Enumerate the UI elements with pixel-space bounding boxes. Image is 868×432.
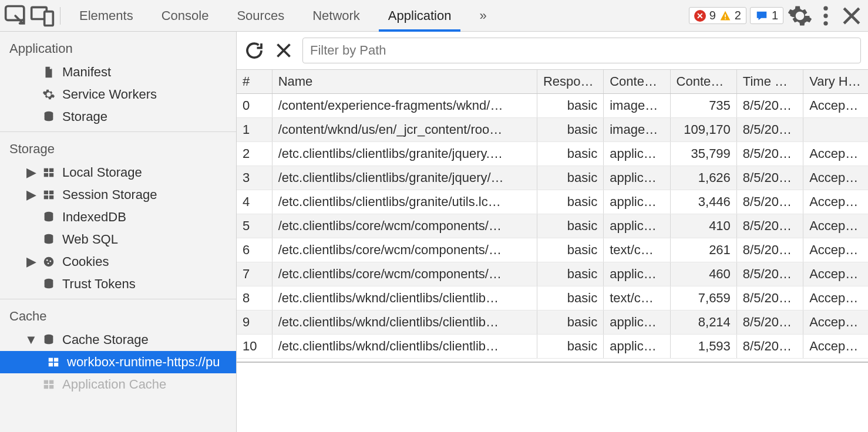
- svg-point-22: [48, 262, 49, 264]
- svg-rect-26: [54, 358, 58, 362]
- col-content-length[interactable]: Conte…: [670, 70, 736, 94]
- cell-content-length: 35,799: [670, 142, 736, 166]
- cell-content-type: applic…: [604, 335, 670, 359]
- cell-vary: [803, 118, 868, 142]
- table-row[interactable]: 10/etc.clientlibs/wknd/clientlibs/client…: [237, 335, 868, 359]
- tabs-overflow-icon[interactable]: »: [465, 0, 500, 31]
- table-header-row: # Name Respo… Conte… Conte… Time … Vary …: [237, 70, 868, 94]
- chevron-right-icon[interactable]: ▶: [27, 187, 35, 203]
- table-row[interactable]: 5/etc.clientlibs/core/wcm/components/…ba…: [237, 214, 868, 238]
- table-row[interactable]: 0/content/experience-fragments/wknd/…bas…: [237, 94, 868, 118]
- gear-icon: [41, 87, 56, 102]
- cell-content-type: applic…: [604, 142, 670, 166]
- table-row[interactable]: 8/etc.clientlibs/wknd/clientlibs/clientl…: [237, 286, 868, 310]
- col-index[interactable]: #: [237, 70, 272, 94]
- cell-index: 7: [237, 262, 272, 286]
- chevron-down-icon[interactable]: ▼: [27, 332, 35, 347]
- cell-vary: Accep…: [803, 166, 868, 190]
- label: Cookies: [62, 254, 109, 269]
- database-icon: [41, 232, 56, 247]
- sidebar-item-manifest[interactable]: Manifest: [0, 61, 236, 83]
- device-toolbar-icon[interactable]: [29, 3, 55, 29]
- cell-index: 10: [237, 335, 272, 359]
- tab-label: Sources: [237, 8, 284, 23]
- cell-time: 8/5/20…: [736, 94, 803, 118]
- svg-rect-27: [49, 363, 53, 366]
- table-row[interactable]: 6/etc.clientlibs/core/wcm/components/…ba…: [237, 238, 868, 262]
- warning-icon: [719, 10, 731, 22]
- col-vary[interactable]: Vary H…: [803, 70, 868, 94]
- sidebar-item-storage[interactable]: Storage: [0, 106, 236, 128]
- messages-count: 1: [772, 9, 778, 22]
- chevron-right-icon[interactable]: ▶: [27, 254, 35, 269]
- svg-rect-0: [6, 6, 24, 20]
- section-storage: Storage ▶ Local Storage ▶ Session Storag…: [0, 132, 236, 299]
- table-row[interactable]: 2/etc.clientlibs/clientlibs/granite/jque…: [237, 142, 868, 166]
- sidebar-item-application-cache[interactable]: Application Cache: [0, 373, 236, 396]
- col-name[interactable]: Name: [272, 70, 537, 94]
- tab-application[interactable]: Application: [374, 0, 466, 31]
- tab-label: Network: [312, 8, 360, 23]
- col-response[interactable]: Respo…: [537, 70, 603, 94]
- sidebar-item-cookies[interactable]: ▶ Cookies: [0, 251, 236, 273]
- refresh-icon[interactable]: [244, 40, 265, 61]
- cell-response: basic: [537, 166, 603, 190]
- tab-label: Elements: [79, 8, 133, 23]
- chevron-right-icon[interactable]: ▶: [27, 165, 35, 180]
- label: IndexedDB: [62, 210, 126, 225]
- table-row[interactable]: 1/content/wknd/us/en/_jcr_content/roo…ba…: [237, 118, 868, 142]
- filter-input[interactable]: [302, 38, 861, 63]
- section-title: Cache: [0, 303, 236, 329]
- tab-console[interactable]: Console: [147, 0, 223, 31]
- cell-index: 3: [237, 166, 272, 190]
- clear-icon[interactable]: [273, 40, 294, 61]
- col-time[interactable]: Time …: [736, 70, 803, 94]
- detail-panel: [237, 362, 868, 432]
- table-row[interactable]: 4/etc.clientlibs/clientlibs/granite/util…: [237, 190, 868, 214]
- table-row[interactable]: 7/etc.clientlibs/core/wcm/components/…ba…: [237, 262, 868, 286]
- tab-elements[interactable]: Elements: [65, 0, 147, 31]
- inspect-element-icon[interactable]: [4, 3, 29, 29]
- col-content-type[interactable]: Conte…: [604, 70, 670, 94]
- cell-name: /etc.clientlibs/core/wcm/components/…: [272, 214, 537, 238]
- cell-index: 0: [237, 94, 272, 118]
- sidebar-item-indexeddb[interactable]: IndexedDB: [0, 206, 236, 228]
- cell-content-length: 7,659: [670, 286, 736, 310]
- cell-content-type: applic…: [604, 262, 670, 286]
- cell-content-length: 410: [670, 214, 736, 238]
- sidebar-item-session-storage[interactable]: ▶ Session Storage: [0, 184, 236, 206]
- cell-name: /content/wknd/us/en/_jcr_content/roo…: [272, 118, 537, 142]
- cache-content: # Name Respo… Conte… Conte… Time … Vary …: [237, 32, 868, 432]
- sidebar-item-service-workers[interactable]: Service Workers: [0, 83, 236, 106]
- cell-content-length: 1,626: [670, 166, 736, 190]
- cell-vary: Accep…: [803, 142, 868, 166]
- table-row[interactable]: 3/etc.clientlibs/clientlibs/granite/jque…: [237, 166, 868, 190]
- tab-network[interactable]: Network: [298, 0, 374, 31]
- close-icon[interactable]: [839, 3, 864, 29]
- sidebar-item-websql[interactable]: Web SQL: [0, 228, 236, 251]
- cell-index: 8: [237, 286, 272, 310]
- label: Session Storage: [62, 187, 157, 203]
- cell-content-length: 261: [670, 238, 736, 262]
- cell-name: /etc.clientlibs/clientlibs/granite/jquer…: [272, 166, 537, 190]
- settings-icon[interactable]: [787, 3, 813, 29]
- sidebar-item-cache-entry[interactable]: workbox-runtime-https://pu: [0, 351, 236, 373]
- svg-rect-30: [49, 380, 53, 384]
- section-application: Application Manifest Service Workers Sto…: [0, 32, 236, 132]
- cell-content-type: applic…: [604, 310, 670, 335]
- cell-name: /etc.clientlibs/wknd/clientlibs/clientli…: [272, 335, 537, 359]
- issues-counter[interactable]: ✕ 9 2: [689, 7, 746, 24]
- cookie-icon: [41, 254, 56, 269]
- cell-index: 4: [237, 190, 272, 214]
- table-row[interactable]: 9/etc.clientlibs/wknd/clientlibs/clientl…: [237, 310, 868, 335]
- sidebar-item-trust-tokens[interactable]: Trust Tokens: [0, 273, 236, 295]
- messages-counter[interactable]: 1: [750, 7, 783, 24]
- sidebar-item-cache-storage[interactable]: ▼ Cache Storage: [0, 329, 236, 351]
- svg-point-19: [44, 257, 54, 267]
- sidebar-item-local-storage[interactable]: ▶ Local Storage: [0, 161, 236, 184]
- cell-content-type: image…: [604, 118, 670, 142]
- more-icon[interactable]: [813, 3, 839, 29]
- tab-sources[interactable]: Sources: [223, 0, 298, 31]
- svg-rect-16: [49, 195, 53, 199]
- table-icon: [41, 165, 56, 180]
